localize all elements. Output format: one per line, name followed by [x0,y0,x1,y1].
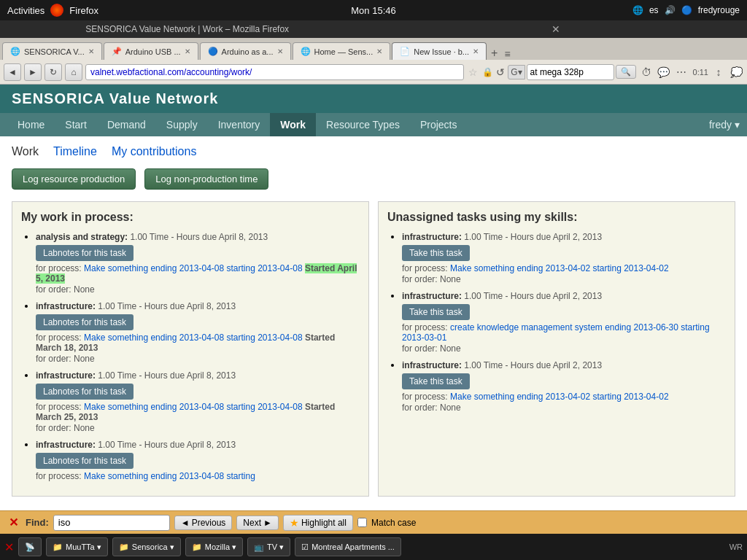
labnotes-btn-3[interactable]: Labnotes for this task [36,453,133,469]
user-menu[interactable]: fredy ▾ [709,119,740,131]
tab-close-1[interactable]: ✕ [185,47,190,55]
tab-list-btn[interactable]: ≡ [502,48,512,60]
match-case-checkbox[interactable] [357,518,367,527]
find-highlight-btn[interactable]: ★ Highlight all [283,515,353,531]
tab-icon-2: 🔵 [208,47,218,56]
tab-icon-1: 📌 [112,47,122,56]
tab-close-3[interactable]: ✕ [376,47,382,55]
nav-inventory[interactable]: Inventory [208,113,271,136]
find-previous-btn[interactable]: ◄ Previous [174,516,233,530]
star-icon[interactable]: ☆ [467,66,479,78]
log-resource-production-btn[interactable]: Log resource production [12,168,136,190]
nav-work[interactable]: Work [270,113,316,136]
taskbar-tv[interactable]: 📺 TV ▾ [247,537,290,556]
forward-btn[interactable]: ► [24,63,42,81]
nav-start[interactable]: Start [55,113,97,136]
right-task-1-process-link[interactable]: create knowledge management system endin… [402,322,710,343]
find-close-btn[interactable]: ✕ [6,516,21,529]
nav-demand[interactable]: Demand [97,113,156,136]
right-task-0-process: for process: Make something ending 2013-… [402,263,726,273]
find-label: Find: [26,517,49,528]
tab-0[interactable]: 🌐 SENSORICA V... ✕ [2,42,102,60]
take-task-btn-0[interactable]: Take this task [402,245,470,261]
nav-resource-types[interactable]: Resource Types [316,113,410,136]
taskbar-rss[interactable]: 📡 [18,537,42,556]
taskbar-close-btn[interactable]: ✕ [4,540,14,554]
left-task-0-process-link[interactable]: Make something ending 2013-04-08 startin… [84,263,303,273]
reload-btn[interactable]: ↻ [44,63,62,81]
left-task-1: infrastructure: 1.00 Time - Hours due Ap… [36,300,360,364]
taskbar-montreal[interactable]: ☑ Montreal Apartments ... [295,537,401,556]
taskbar-mozilla[interactable]: 📁 Mozilla ▾ [185,537,243,556]
refresh-icon[interactable]: ↺ [496,66,505,78]
find-input[interactable] [53,515,170,531]
tab-1[interactable]: 📌 Arduino USB ... ✕ [104,42,198,60]
new-tab-btn[interactable]: + [488,47,500,60]
nav-home[interactable]: Home [7,113,55,136]
right-task-0-desc: 1.00 Time - Hours due April 2, 2013 [464,232,602,242]
labnotes-btn-2[interactable]: Labnotes for this task [36,384,133,400]
left-task-2-process-link[interactable]: Make something ending 2013-04-08 startin… [84,402,303,412]
left-task-3-process: for process: Make something ending 2013-… [36,471,360,481]
browser-close-btn[interactable]: ✕ [372,23,741,35]
more-icon[interactable]: ⋯ [674,65,689,79]
match-case-text: Match case [371,518,416,528]
labnotes-btn-0[interactable]: Labnotes for this task [36,245,133,261]
right-task-0: infrastructure: 1.00 Time - Hours due Ap… [402,231,726,284]
tab-close-4[interactable]: ✕ [473,47,479,55]
page-tabs: Work Timeline My contributions [12,145,735,158]
nav-supply[interactable]: Supply [156,113,208,136]
left-task-1-header: infrastructure: [36,301,98,311]
activities-label[interactable]: Activities [7,5,44,16]
feedback-icon[interactable]: 💭 [729,65,743,79]
page-tab-timeline[interactable]: Timeline [53,145,97,158]
right-task-1-order: for order: None [402,343,726,354]
left-task-3: infrastructure: 1.00 Time - Hours due Ap… [36,439,360,481]
chat-icon[interactable]: 💬 [657,65,671,79]
search-provider-icon: G▾ [508,65,525,79]
tab-4[interactable]: 📄 New Issue · b... ✕ [392,42,487,60]
right-task-1-desc: 1.00 Time - Hours due April 2, 2013 [464,291,602,301]
tab-icon-0: 🌐 [10,47,20,56]
left-task-2-order: for order: None [36,423,360,433]
timer-display: 0:11 [693,68,708,77]
left-task-2-process: for process: Make something ending 2013-… [36,402,360,422]
timer-icon: ⏱ [639,65,654,79]
taskbar-right-label: WR [729,542,743,551]
site-title: SENSORICA Value Network [12,90,218,106]
tab-3[interactable]: 🌐 Home — Sens... ✕ [293,42,391,60]
tab-close-0[interactable]: ✕ [88,47,94,55]
tab-close-2[interactable]: ✕ [277,47,283,55]
sync-icon[interactable]: ↕ [711,65,726,79]
home-btn[interactable]: ⌂ [65,63,82,81]
url-bar[interactable] [85,64,464,80]
labnotes-btn-1[interactable]: Labnotes for this task [36,314,133,330]
left-task-2-desc: 1.00 Time - Hours due April 8, 2013 [98,370,236,381]
tab-icon-4: 📄 [400,47,410,56]
nav-projects[interactable]: Projects [410,113,468,136]
log-non-production-btn[interactable]: Log non-production time [144,168,268,190]
find-next-btn[interactable]: Next ► [236,516,279,530]
search-go-btn[interactable]: 🔍 [616,65,636,79]
right-col-title: Unassigned tasks using my skills: [387,211,726,224]
take-task-btn-1[interactable]: Take this task [402,304,470,320]
page-tab-contributions[interactable]: My contributions [112,145,197,158]
left-col-title: My work in process: [21,211,360,224]
next-label: Next [243,518,261,528]
browser-search-input[interactable] [527,64,614,80]
back-btn[interactable]: ◄ [4,63,21,81]
taskbar-muutta[interactable]: 📁 MuuTTa ▾ [46,537,108,556]
left-task-list: analysis and strategy: 1.00 Time - Hours… [21,231,360,481]
tab-icon-3: 🌐 [301,47,311,56]
taskbar-sensorica[interactable]: 📁 Sensorica ▾ [112,537,181,556]
os-user[interactable]: fredyrouge [698,5,740,15]
left-task-3-process-link[interactable]: Make something ending 2013-04-08 startin… [84,471,255,481]
left-task-1-process-link[interactable]: Make something ending 2013-04-08 startin… [84,332,303,343]
folder-icon-muutta: 📁 [53,542,63,552]
left-task-2-header: infrastructure: [36,370,98,381]
right-task-0-process-link[interactable]: Make something ending 2013-04-02 startin… [450,263,669,273]
take-task-btn-2[interactable]: Take this task [402,373,470,389]
find-bar: ✕ Find: ◄ Previous Next ► ★ Highlight al… [0,510,747,534]
right-task-2-process-link[interactable]: Make something ending 2013-04-02 startin… [450,392,669,402]
tab-2[interactable]: 🔵 Arduino as a... ✕ [200,42,291,60]
